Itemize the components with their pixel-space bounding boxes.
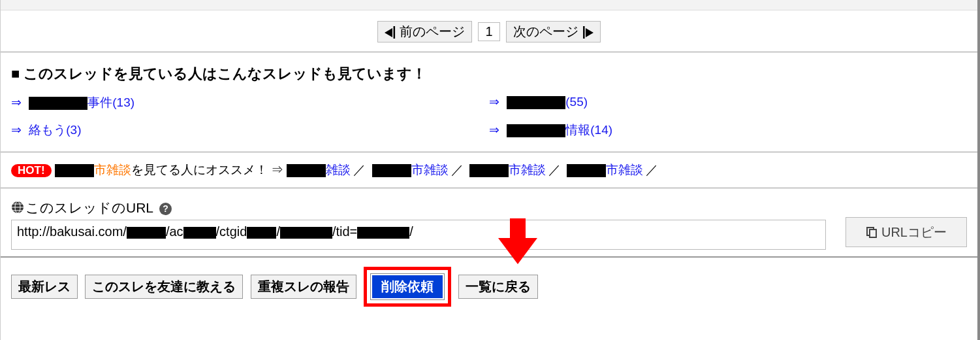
arrow-icon: ⇒: [489, 95, 499, 109]
redacted-text: [287, 164, 326, 177]
prev-label: 前のページ: [400, 24, 465, 39]
redacted-text: [29, 97, 87, 110]
rec-link[interactable]: 市雑談: [469, 163, 546, 177]
copy-icon: [866, 226, 877, 238]
url-copy-button[interactable]: URLコピー: [846, 217, 967, 247]
latest-button[interactable]: 最新レス: [11, 275, 78, 299]
action-buttons: 最新レス このスレを友達に教える 重複スレの報告 削除依頼 一覧に戻る: [1, 257, 977, 313]
related-heading: ■ このスレッドを見ている人はこんなスレッドも見ています！: [11, 52, 967, 89]
related-link[interactable]: 情報(14): [507, 123, 612, 137]
back-to-list-button[interactable]: 一覧に戻る: [458, 275, 538, 299]
arrow-icon: ⇒: [11, 95, 22, 109]
related-link[interactable]: 絡もう(3): [29, 123, 81, 137]
related-link[interactable]: (55): [507, 95, 588, 109]
globe-icon: [11, 201, 24, 217]
delete-highlight: 削除依頼: [364, 267, 451, 307]
hot-badge: HOT!: [11, 164, 52, 177]
hot-tail: を見てる人にオススメ！ ⇒: [131, 163, 283, 177]
redacted-text: [507, 124, 565, 137]
rec-link[interactable]: 市雑談: [567, 163, 643, 177]
redacted-text: [567, 164, 606, 177]
url-label: このスレッドのURL ?: [11, 199, 826, 217]
arrow-icon: ⇒: [489, 123, 499, 137]
svg-marker-1: [586, 28, 593, 37]
svg-marker-9: [498, 218, 537, 264]
prev-page-button[interactable]: | 前のページ: [377, 21, 472, 42]
redacted-text: [372, 164, 411, 177]
related-link[interactable]: 事件(13): [29, 95, 134, 109]
delete-request-button[interactable]: 削除依頼: [371, 274, 444, 299]
arrow-icon: ⇒: [11, 123, 22, 137]
duplicate-report-button[interactable]: 重複スレの報告: [251, 275, 356, 299]
help-icon[interactable]: ?: [159, 203, 172, 215]
hot-recommendations: HOT! 市雑談を見てる人にオススメ！ ⇒ 雑談／ 市雑談／ 市雑談／ 市雑談／: [11, 152, 967, 188]
current-page: 1: [478, 22, 499, 41]
next-page-button[interactable]: 次のページ |: [506, 21, 601, 42]
thread-url-field[interactable]: http://bakusai.com//ac/ctgid//tid=/: [11, 220, 826, 250]
redacted-text: [507, 96, 565, 109]
rec-link[interactable]: 雑談: [287, 163, 351, 177]
redacted-text: [469, 164, 509, 177]
rec-link[interactable]: 市雑談: [372, 163, 449, 177]
share-button[interactable]: このスレを友達に教える: [85, 275, 243, 299]
paginator: | 前のページ 1 次のページ |: [11, 10, 967, 52]
svg-marker-0: [385, 28, 392, 37]
topic-name: 市雑談: [94, 163, 131, 177]
attention-arrow-icon: [498, 218, 537, 264]
svg-rect-8: [870, 230, 876, 237]
redacted-text: [55, 164, 94, 177]
next-label: 次のページ: [513, 24, 578, 39]
